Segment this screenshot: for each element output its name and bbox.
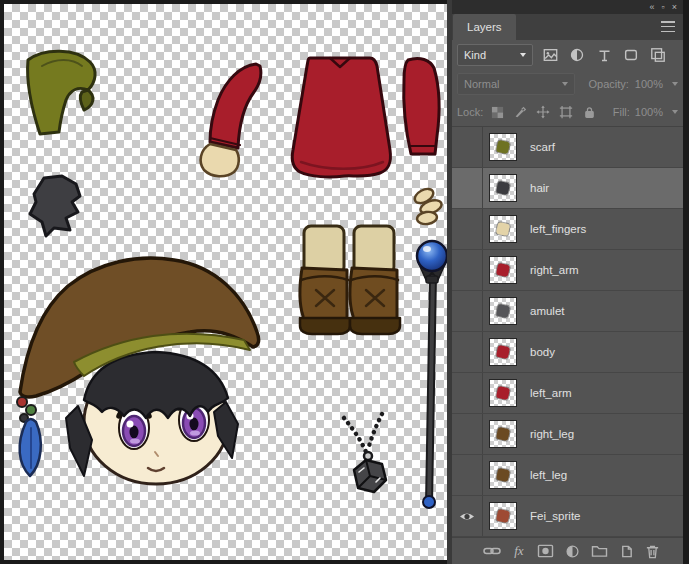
amulet-art	[344, 414, 386, 492]
panel-menu-icon[interactable]	[661, 21, 675, 32]
blend-mode-select[interactable]: Normal	[457, 73, 575, 95]
new-layer-icon[interactable]	[616, 542, 636, 560]
visibility-toggle[interactable]	[452, 414, 483, 454]
layer-row[interactable]: left_arm	[452, 373, 683, 414]
fx-label: fx	[514, 543, 523, 559]
shape-layer-filter-icon[interactable]	[621, 45, 641, 65]
opacity-value[interactable]: 100%	[635, 78, 678, 90]
layer-thumbnail[interactable]	[489, 420, 517, 448]
visibility-toggle[interactable]	[452, 127, 483, 167]
layer-thumbnail[interactable]	[489, 461, 517, 489]
body-art	[292, 58, 390, 177]
lock-pixels-icon[interactable]	[511, 103, 529, 121]
chevron-down-icon	[562, 82, 568, 86]
sprite-artwork	[4, 4, 447, 560]
layer-name: left_leg	[530, 469, 567, 481]
layer-row[interactable]: scarf	[452, 127, 683, 168]
maximize-icon[interactable]: ▫	[662, 2, 665, 12]
panel-chrome: « ▫ ×	[452, 0, 683, 14]
layer-row[interactable]: amulet	[452, 291, 683, 332]
layer-thumbnail[interactable]	[489, 297, 517, 325]
layer-thumbnail[interactable]	[489, 338, 517, 366]
layer-thumbnail[interactable]	[489, 502, 517, 530]
right-arm-art	[404, 58, 439, 154]
chevron-down-icon	[672, 82, 678, 86]
lock-position-icon[interactable]	[534, 103, 552, 121]
group-folder-icon[interactable]	[589, 542, 609, 560]
visibility-toggle[interactable]	[452, 250, 483, 290]
chevron-down-icon	[672, 110, 678, 114]
layer-thumbnail[interactable]	[489, 174, 517, 202]
layer-name: right_leg	[530, 428, 574, 440]
application-window: « ▫ × Layers Kind	[0, 0, 689, 564]
adjustment-layer-icon[interactable]	[562, 542, 582, 560]
chevron-down-icon	[520, 53, 526, 57]
link-icon[interactable]	[482, 542, 502, 560]
head-art	[17, 258, 259, 484]
fill-value[interactable]: 100%	[635, 106, 678, 118]
layer-mask-icon[interactable]	[536, 542, 556, 560]
fill-label: Fill:	[613, 106, 630, 118]
lock-transparency-icon[interactable]	[488, 103, 506, 121]
lock-label: Lock:	[457, 106, 483, 118]
visibility-toggle[interactable]	[452, 332, 483, 372]
document-canvas[interactable]	[4, 4, 447, 560]
visibility-toggle[interactable]	[452, 291, 483, 331]
layer-row[interactable]: left_leg	[452, 455, 683, 496]
blend-mode-value: Normal	[464, 78, 499, 90]
left-arm-art	[201, 64, 261, 176]
staff-art	[417, 241, 447, 508]
layer-name: Fei_sprite	[530, 510, 581, 522]
layer-row[interactable]: body	[452, 332, 683, 373]
layer-row[interactable]: hair	[452, 168, 683, 209]
tab-layers[interactable]: Layers	[453, 14, 516, 40]
layer-thumbnail[interactable]	[489, 133, 517, 161]
layer-name: left_arm	[530, 387, 572, 399]
layer-name: right_arm	[530, 264, 579, 276]
delete-layer-icon[interactable]	[643, 542, 663, 560]
type-layer-filter-icon[interactable]	[594, 45, 614, 65]
layer-name: amulet	[530, 305, 565, 317]
layer-name: hair	[530, 182, 549, 194]
eye-icon	[459, 511, 475, 522]
panel-tab-bar: Layers	[452, 14, 683, 40]
lock-artboard-icon[interactable]	[557, 103, 575, 121]
opacity-label: Opacity:	[589, 78, 629, 90]
left-fingers-art	[412, 186, 443, 225]
visibility-toggle[interactable]	[452, 496, 483, 536]
legs-art	[300, 226, 400, 334]
layer-row[interactable]: right_arm	[452, 250, 683, 291]
scarf-art	[28, 51, 95, 134]
visibility-toggle[interactable]	[452, 373, 483, 413]
layer-name: left_fingers	[530, 223, 586, 235]
layer-name: scarf	[530, 141, 555, 153]
visibility-toggle[interactable]	[452, 168, 483, 208]
layer-row[interactable]: Fei_sprite	[452, 496, 683, 537]
layer-filter-row: Kind	[452, 40, 683, 70]
visibility-toggle[interactable]	[452, 455, 483, 495]
layer-thumbnail[interactable]	[489, 256, 517, 284]
layers-panel-toolbar: fx	[452, 537, 683, 564]
fx-icon[interactable]: fx	[509, 542, 529, 560]
layer-thumbnail[interactable]	[489, 215, 517, 243]
layer-thumbnail[interactable]	[489, 379, 517, 407]
layers-panel: « ▫ × Layers Kind	[452, 0, 683, 564]
filter-kind-select[interactable]: Kind	[457, 44, 533, 66]
filter-kind-label: Kind	[464, 49, 486, 61]
layer-name: body	[530, 346, 555, 358]
layers-list: scarf hair left_fingers right_arm am	[452, 127, 683, 537]
smart-object-filter-icon[interactable]	[648, 45, 668, 65]
pixel-layer-filter-icon[interactable]	[540, 45, 560, 65]
lock-all-icon[interactable]	[580, 103, 598, 121]
hair-tuft-art	[30, 176, 80, 236]
adjustment-layer-filter-icon[interactable]	[567, 45, 587, 65]
layer-row[interactable]: right_leg	[452, 414, 683, 455]
layer-row[interactable]: left_fingers	[452, 209, 683, 250]
visibility-toggle[interactable]	[452, 209, 483, 249]
close-icon[interactable]: ×	[672, 2, 677, 12]
blend-row: Normal Opacity: 100%	[452, 70, 683, 98]
lock-row: Lock: Fill: 100%	[452, 98, 683, 127]
collapse-panels-icon[interactable]: «	[650, 2, 655, 12]
